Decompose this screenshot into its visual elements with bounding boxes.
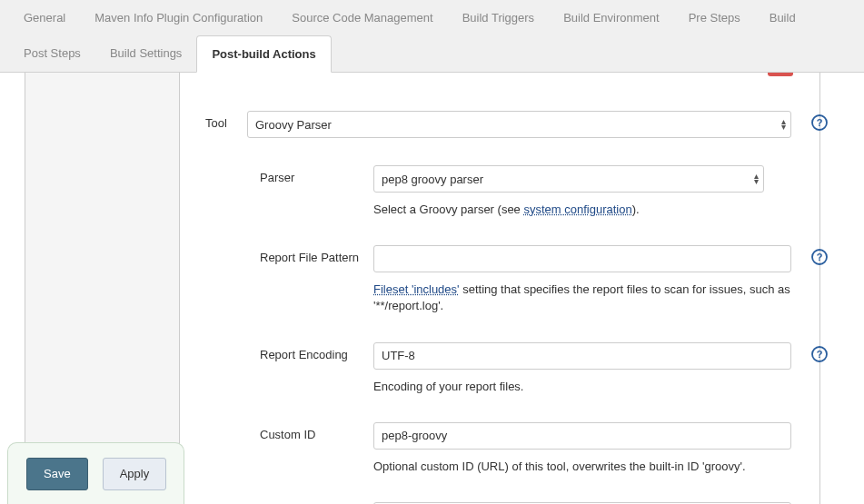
tab-row-1: General Maven Info Plugin Configuration … — [9, 0, 855, 35]
tab-maven-info[interactable]: Maven Info Plugin Configuration — [80, 0, 277, 35]
form-area: Tool Groovy Parser ▴▾ ? Parser pep8 — [180, 73, 864, 504]
delete-button-stub[interactable] — [768, 73, 793, 76]
main-content: Tool Groovy Parser ▴▾ ? Parser pep8 — [0, 73, 864, 504]
svg-text:?: ? — [817, 349, 823, 360]
tab-post-steps[interactable]: Post Steps — [9, 35, 95, 72]
custom-id-input[interactable] — [373, 422, 791, 450]
report-file-pattern-control: ? Fileset 'includes' setting that specif… — [373, 245, 846, 314]
tab-pre-steps[interactable]: Pre Steps — [674, 0, 755, 35]
tab-general[interactable]: General — [9, 0, 80, 35]
sidebar — [25, 73, 180, 504]
report-encoding-row: Report Encoding ? Encoding of your repor… — [198, 342, 846, 395]
tab-post-build-actions[interactable]: Post-build Actions — [196, 35, 331, 73]
parser-control: pep8 groovy parser ▴▾ Select a Groovy pa… — [373, 165, 773, 218]
help-icon[interactable]: ? — [811, 249, 828, 265]
system-config-link[interactable]: system configuration — [523, 203, 631, 216]
save-button[interactable]: Save — [26, 458, 88, 490]
custom-id-help: Optional custom ID (URL) of this tool, o… — [373, 459, 791, 475]
svg-text:?: ? — [817, 117, 823, 128]
tool-label: Tool — [205, 111, 247, 130]
report-encoding-label: Report Encoding — [260, 342, 373, 361]
action-bar: Save Apply — [7, 442, 184, 504]
report-encoding-control: ? Encoding of your report files. — [373, 342, 846, 395]
help-icon[interactable]: ? — [811, 114, 828, 131]
custom-id-control: Optional custom ID (URL) of this tool, o… — [373, 422, 846, 475]
parser-help: Select a Groovy parser (see system confi… — [373, 202, 764, 218]
tool-control: Groovy Parser ▴▾ ? — [247, 111, 846, 138]
tool-row: Tool Groovy Parser ▴▾ ? — [198, 111, 846, 138]
parser-row: Parser pep8 groovy parser ▴▾ Select a Gr… — [198, 165, 846, 218]
report-file-pattern-help: Fileset 'includes' setting that specifie… — [373, 282, 791, 314]
report-file-pattern-label: Report File Pattern — [260, 245, 373, 264]
tab-row-2: Post Steps Build Settings Post-build Act… — [9, 35, 855, 72]
tab-build[interactable]: Build — [755, 0, 810, 35]
parser-label: Parser — [260, 165, 373, 184]
help-icon[interactable]: ? — [811, 346, 828, 362]
parser-select[interactable]: pep8 groovy parser — [373, 165, 764, 193]
report-file-pattern-row: Report File Pattern ? Fileset 'includes'… — [198, 245, 846, 314]
report-file-pattern-input[interactable] — [373, 245, 791, 272]
tool-select[interactable]: Groovy Parser — [247, 111, 791, 138]
fileset-includes-link[interactable]: Fileset 'includes' — [373, 282, 460, 296]
custom-id-row: Custom ID Optional custom ID (URL) of th… — [198, 422, 846, 475]
left-gutter — [0, 73, 25, 504]
svg-text:?: ? — [817, 252, 823, 262]
config-tabs: General Maven Info Plugin Configuration … — [0, 0, 864, 73]
apply-button[interactable]: Apply — [103, 458, 167, 490]
tab-build-environment[interactable]: Build Environment — [549, 0, 674, 35]
tab-build-triggers[interactable]: Build Triggers — [448, 0, 549, 35]
report-encoding-input[interactable] — [373, 342, 791, 370]
report-encoding-help: Encoding of your report files. — [373, 379, 791, 395]
tab-build-settings[interactable]: Build Settings — [95, 35, 197, 72]
tab-scm[interactable]: Source Code Management — [277, 0, 447, 35]
custom-id-label: Custom ID — [260, 422, 373, 441]
